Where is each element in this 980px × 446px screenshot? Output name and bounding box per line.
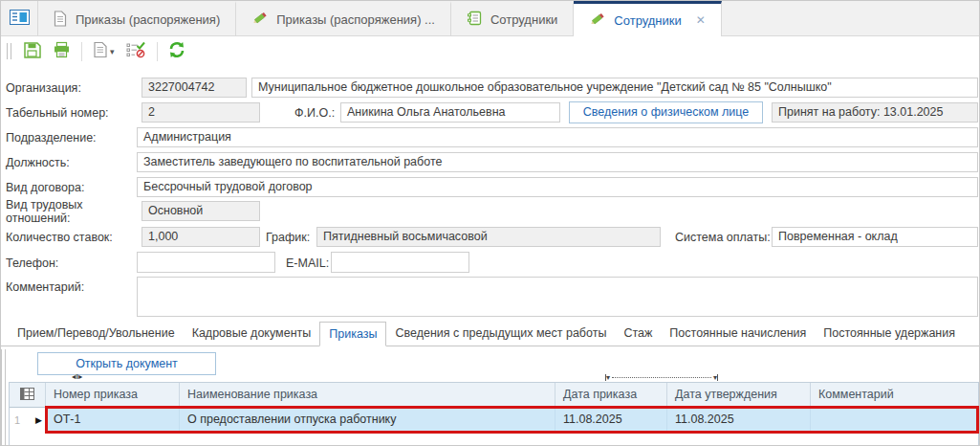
cell-comment[interactable] (811, 408, 978, 433)
table-row[interactable]: 1 ▶ ОТ-1 О предоставлении отпуска работн… (10, 408, 978, 433)
toolbar: ▾ (1, 36, 979, 66)
tab-permanent-accruals[interactable]: Постоянные начисления (661, 322, 815, 346)
grid-icon (20, 388, 34, 403)
contract-type-label: Вид договора: (6, 181, 84, 194)
employment-relation-label: Вид трудовых отношений: (6, 198, 119, 225)
pay-system-label: Система оплаты: (675, 231, 771, 244)
tab-seniority[interactable]: Стаж (615, 322, 661, 346)
orders-table: Номер приказа Наименование приказа Дата … (9, 382, 979, 446)
rate-count-label: Количество ставок: (6, 231, 113, 244)
range-end-bar (717, 374, 718, 381)
toolbar-separator (81, 42, 82, 61)
close-tab-icon[interactable]: ✕ (696, 13, 706, 27)
pencil-icon (251, 11, 268, 29)
organization-name-field[interactable]: Муниципальное бюджетное дошкольное образ… (251, 78, 978, 98)
chevron-down-icon: ▾ (110, 47, 115, 56)
toolbar-separator (157, 42, 158, 61)
personnel-number-field: 2 (142, 102, 260, 123)
current-row-pointer-icon: ▶ (35, 415, 42, 425)
pay-system-field[interactable]: Повременная - оклад (772, 227, 978, 247)
new-document-button[interactable]: ▾ (89, 40, 119, 63)
personnel-number-label: Табельный номер: (6, 106, 109, 120)
column-range-indicator[interactable]: ▾ ▾ (605, 372, 718, 382)
hired-date-field: Принят на работу: 13.01.2025 (772, 102, 978, 123)
employment-relation-field: Основной (142, 201, 260, 221)
document-icon (54, 11, 67, 30)
pencil-icon (589, 11, 605, 30)
range-dotted-line (612, 377, 711, 378)
approve-cancel-icon (126, 41, 146, 61)
column-header-order-date[interactable]: Дата приказа (555, 383, 667, 407)
row-number-cell[interactable]: 1 ▶ (10, 408, 46, 433)
position-label: Должность: (6, 156, 70, 169)
contract-type-field[interactable]: Бессрочный трудовой договор (137, 177, 978, 197)
open-document-button[interactable]: Открыть документ (37, 352, 216, 375)
toolbar-grip[interactable] (7, 43, 11, 59)
cell-order-date[interactable]: 11.08.2025 (555, 408, 667, 433)
cell-order-number[interactable]: ОТ-1 (46, 408, 180, 433)
comment-field[interactable] (137, 277, 978, 317)
save-button[interactable] (19, 40, 45, 63)
department-label: Подразделение: (6, 131, 97, 145)
tab-label: Приказы (распоряжения) (76, 12, 220, 27)
phone-label: Телефон: (6, 256, 58, 270)
phone-field[interactable] (137, 252, 275, 273)
tab-orders-list[interactable]: Приказы (распоряжения) (38, 1, 236, 35)
column-header-order-name[interactable]: Наименование приказа (180, 383, 555, 407)
select-all-cell[interactable] (10, 383, 46, 407)
new-document-icon (93, 41, 107, 61)
email-label: E-MAIL: (286, 256, 329, 270)
orders-table-header: Номер приказа Наименование приказа Дата … (10, 383, 978, 408)
printer-icon (53, 41, 71, 61)
position-field[interactable]: Заместитель заведующего по воспитательно… (137, 152, 978, 172)
tab-hr-documents[interactable]: Кадровые документы (184, 322, 320, 346)
tab-label: Сотрудники (614, 13, 681, 28)
tab-orders-editor[interactable]: Приказы (распоряжения) ... (236, 1, 451, 35)
save-icon (23, 41, 41, 61)
print-button[interactable] (49, 40, 75, 63)
fio-label: Ф.И.О.: (294, 106, 335, 120)
schedule-field: Пятидневный восьмичасовой (316, 227, 661, 247)
left-panel-grip[interactable] (1, 349, 6, 446)
tab-permanent-deductions[interactable]: Постоянные удержания (815, 322, 964, 346)
tab-label: Приказы (распоряжения) ... (276, 12, 435, 27)
tab-hire-transfer-dismiss[interactable]: Прием/Перевод/Увольнение (9, 322, 184, 346)
chevron-down-icon: ▾ (606, 373, 610, 382)
column-header-order-number[interactable]: Номер приказа (46, 383, 180, 407)
row-number: 1 (14, 414, 20, 426)
cell-order-name[interactable]: О предоставлении отпуска работнику (180, 408, 555, 433)
employee-card-window: Приказы (распоряжения) Приказы (распоряж… (0, 0, 980, 446)
tab-employees-list[interactable]: Сотрудники (451, 1, 574, 35)
workspace-panels-icon (10, 10, 30, 28)
column-header-comment[interactable]: Комментарий (811, 383, 978, 407)
detail-tab-strip: Прием/Перевод/Увольнение Кадровые докуме… (1, 321, 979, 346)
organization-code-field: 3227004742 (142, 78, 247, 98)
refresh-icon (168, 41, 185, 61)
rate-count-field: 1,000 (142, 227, 260, 247)
person-details-button[interactable]: Сведения о физическом лице (569, 101, 763, 123)
email-field[interactable] (331, 252, 469, 273)
fio-field[interactable]: Аникина Ольга Анатольевна (340, 102, 560, 123)
cell-approval-date[interactable]: 11.08.2025 (667, 408, 811, 433)
organization-label: Организация: (6, 81, 81, 95)
tab-orders[interactable]: Приказы (319, 322, 386, 346)
refresh-button[interactable] (164, 40, 189, 63)
tab-employee-card-active[interactable]: Сотрудники ✕ (574, 1, 721, 36)
comment-label: Комментарий: (6, 280, 84, 294)
tab-previous-jobs[interactable]: Сведения с предыдущих мест работы (386, 322, 615, 346)
column-header-approval-date[interactable]: Дата утверждения (667, 383, 811, 407)
top-tab-bar: Приказы (распоряжения) Приказы (распоряж… (1, 1, 979, 36)
workspace-panels-button[interactable] (1, 1, 38, 35)
department-field[interactable]: Администрация (137, 127, 978, 147)
horizontal-splitter-icon[interactable]: ◂‖▸ (72, 372, 82, 381)
schedule-label: График: (266, 231, 310, 244)
approve-cancel-button[interactable] (122, 40, 150, 63)
tab-label: Сотрудники (490, 12, 557, 27)
journal-icon (467, 11, 482, 29)
